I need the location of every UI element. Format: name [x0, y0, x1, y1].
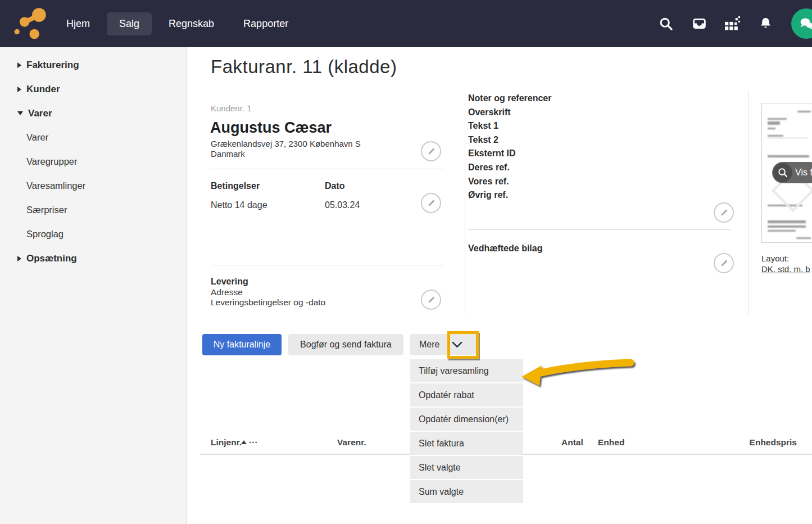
- delivery-terms-label: Leveringsbetingelser og -dato: [211, 297, 325, 308]
- sidebar-item-varer[interactable]: Varer: [0, 125, 186, 150]
- main-nav: Hjem Salg Regnskab Rapporter: [54, 0, 301, 47]
- terms-label: Betingelser: [211, 181, 260, 191]
- sidebar-item-opsaetning[interactable]: Opsætning: [0, 246, 186, 270]
- date-value: 05.03.24: [325, 200, 360, 210]
- col-header-enhed[interactable]: Enhed: [598, 437, 624, 448]
- sidebar: Fakturering Kunder Varer Varer Varegrupp…: [0, 47, 187, 524]
- sidebar-item-sproglag[interactable]: Sproglag: [0, 222, 186, 246]
- customer-number: Kundenr. 1: [211, 103, 252, 113]
- annotation-arrow: [506, 354, 641, 394]
- sidebar-item-label: Varesamlinger: [26, 174, 85, 198]
- col-header-varenr[interactable]: Varenr.: [337, 437, 366, 448]
- nav-item-rapporter[interactable]: Rapporter: [231, 12, 301, 35]
- customer-address-line2: Danmark: [211, 149, 245, 159]
- pencil-icon: [427, 147, 436, 156]
- vertical-divider: [749, 91, 749, 316]
- customer-name: Augustus Cæsar: [210, 119, 332, 137]
- sort-ascending-icon[interactable]: [241, 440, 247, 444]
- divider: [468, 229, 731, 230]
- sidebar-item-label: Sproglag: [26, 222, 63, 246]
- sidebar-item-label: Varer: [26, 125, 48, 150]
- top-navigation-bar: Hjem Salg Regnskab Rapporter: [0, 0, 812, 47]
- notes-field-overskrift: Overskrift: [468, 106, 552, 120]
- menu-item-opdater-dimensioner[interactable]: Opdatér dimension(er): [410, 408, 523, 431]
- menu-item-sum-valgte[interactable]: Sum valgte: [410, 480, 523, 503]
- notes-title: Noter og referencer: [468, 92, 552, 106]
- sidebar-item-varer-section[interactable]: Varer: [0, 101, 186, 125]
- apps-grid-icon[interactable]: [725, 16, 740, 31]
- sidebar-item-label: Fakturering: [26, 53, 79, 77]
- divider: [211, 169, 444, 169]
- terms-value: Netto 14 dage: [211, 200, 267, 210]
- layout-label: Layout:: [761, 254, 789, 263]
- menu-item-slet-valgte[interactable]: Slet valgte: [410, 456, 523, 479]
- view-invoice-button[interactable]: Vis fa: [772, 162, 812, 183]
- vertical-divider: [465, 91, 465, 316]
- view-invoice-label: Vis fa: [795, 168, 812, 178]
- divider: [211, 265, 444, 265]
- notes-field-eksternt-id: Eksternt ID: [468, 147, 552, 161]
- nav-icon-group: [659, 0, 812, 47]
- edit-delivery-button[interactable]: [421, 290, 441, 310]
- sidebar-item-fakturering[interactable]: Fakturering: [0, 53, 186, 77]
- date-label: Dato: [325, 181, 345, 191]
- sidebar-item-label: Varer: [28, 101, 52, 125]
- edit-notes-button[interactable]: [714, 202, 734, 223]
- sidebar-item-kunder[interactable]: Kunder: [0, 77, 186, 101]
- notes-field-tekst2: Tekst 2: [468, 133, 552, 147]
- annotation-highlight-box: [447, 331, 479, 359]
- notes-field-deres-ref: Deres ref.: [468, 161, 552, 175]
- chevron-right-icon: [17, 256, 21, 261]
- nav-item-regnskab[interactable]: Regnskab: [156, 12, 226, 35]
- menu-item-slet-faktura[interactable]: Slet faktura: [410, 432, 523, 455]
- sidebar-item-label: Særpriser: [26, 198, 67, 222]
- sidebar-item-varesamlinger[interactable]: Varesamlinger: [0, 174, 186, 198]
- sidebar-item-saerpriser[interactable]: Særpriser: [0, 198, 186, 222]
- notes-field-oevrig-ref: Øvrig ref.: [468, 188, 552, 202]
- support-chat-icon[interactable]: [791, 8, 812, 39]
- inbox-icon[interactable]: [692, 16, 707, 31]
- attachments-title: Vedhæftede bilag: [468, 243, 542, 254]
- edit-attachments-button[interactable]: [714, 253, 734, 273]
- post-and-send-button[interactable]: Bogfør og send faktura: [288, 334, 403, 355]
- page-title: Fakturanr. 11 (kladde): [211, 56, 397, 78]
- nav-item-salg[interactable]: Salg: [107, 12, 152, 35]
- pencil-icon: [719, 259, 729, 268]
- sidebar-item-label: Kunder: [26, 77, 60, 101]
- delivery-title: Levering: [211, 277, 248, 287]
- search-icon[interactable]: [659, 16, 674, 31]
- sidebar-item-label: Opsætning: [26, 246, 77, 270]
- notifications-bell-icon[interactable]: [758, 16, 773, 31]
- notes-and-references: Noter og referencer Overskrift Tekst 1 T…: [468, 92, 552, 202]
- chevron-down-icon: [17, 111, 23, 115]
- edit-terms-button[interactable]: [421, 193, 441, 213]
- delivery-address-label: Adresse: [211, 287, 243, 297]
- chevron-right-icon: [17, 62, 21, 68]
- chevron-right-icon: [17, 87, 21, 92]
- pencil-icon: [719, 208, 729, 218]
- notes-field-vores-ref: Vores ref.: [468, 175, 552, 189]
- edit-customer-button[interactable]: [421, 141, 441, 161]
- pencil-icon: [427, 198, 436, 208]
- notes-field-tekst1: Tekst 1: [468, 119, 552, 133]
- magnifier-icon: [773, 163, 792, 182]
- sidebar-item-varegrupper[interactable]: Varegrupper: [0, 150, 186, 174]
- new-invoice-line-button[interactable]: Ny fakturalinje: [202, 334, 282, 355]
- col-header-more-options[interactable]: ...: [249, 435, 258, 445]
- customer-address-line1: Grækenlandsvej 37, 2300 København S: [211, 139, 361, 148]
- layout-link[interactable]: DK. std. m. b: [761, 264, 810, 274]
- sidebar-item-label: Varegrupper: [26, 150, 78, 174]
- col-header-linjenr[interactable]: Linjenr.: [211, 437, 242, 448]
- nav-item-hjem[interactable]: Hjem: [54, 12, 102, 35]
- pencil-icon: [427, 295, 436, 305]
- more-button-label: Mere: [419, 340, 439, 350]
- col-header-antal[interactable]: Antal: [561, 437, 583, 448]
- col-header-enhedspris[interactable]: Enhedspris: [747, 437, 797, 448]
- economic-logo-icon[interactable]: [12, 4, 51, 43]
